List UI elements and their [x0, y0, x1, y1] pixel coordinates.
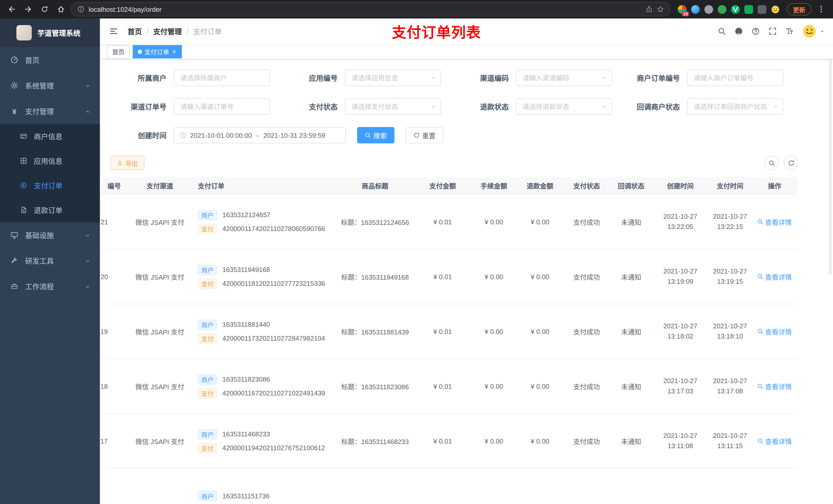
sidebar-toggle-icon[interactable]	[107, 25, 120, 38]
title-value: 1635311881439	[361, 328, 409, 336]
tab-pay-order[interactable]: 支付订单	[133, 45, 182, 58]
row-id: 117	[101, 437, 127, 445]
page-content: 所属商户 应用编号 渠道编码 商户订单编号	[100, 59, 833, 504]
channel-pay-no: 4200001194202110276752100612	[222, 444, 325, 452]
sidebar-logo[interactable]: 芋道管理系统	[0, 19, 100, 47]
tab-home[interactable]: 首页	[107, 45, 129, 58]
sidebar: 芋道管理系统 首页 系统管理 ¥ 支付管理	[0, 19, 100, 504]
channel-code-select[interactable]	[516, 70, 612, 86]
sidebar-item-app-info[interactable]: 应用信息	[0, 148, 100, 173]
pay-status-select[interactable]	[345, 98, 441, 115]
sidebar-item-home[interactable]: 首页	[0, 47, 100, 73]
table-body: 121微信 JSAPI 支付商户1635312124657支付420000117…	[101, 195, 797, 504]
col-pay-status: 支付状态	[564, 181, 610, 191]
merchant-select[interactable]	[174, 70, 270, 86]
row-fee: ¥ 0.00	[471, 437, 516, 445]
extension-blue-drop-icon[interactable]	[691, 5, 700, 14]
breadcrumb-separator: /	[187, 27, 189, 35]
row-fee: ¥ 0.00	[471, 328, 516, 335]
row-notify-status: 未通知	[610, 217, 653, 226]
refund-status-select[interactable]	[516, 98, 612, 115]
browser-forward-button[interactable]	[22, 3, 35, 16]
site-info-icon[interactable]	[77, 6, 85, 13]
table-toolbar: 导出	[110, 156, 823, 170]
browser-reload-button[interactable]	[38, 3, 51, 16]
table-header: 编号 支付渠道 支付订单 商品标题 支付金额 手续金额 退款金额 支付状态 回调…	[101, 177, 797, 195]
url-text[interactable]: localhost:1024/pay/order	[89, 5, 641, 13]
row-notify-status: 未通知	[610, 436, 653, 446]
channel-order-no-input[interactable]	[174, 98, 270, 115]
extension-green-icon[interactable]	[718, 5, 727, 14]
briefcase-icon	[10, 283, 19, 290]
view-detail-link[interactable]: 查看详情	[757, 272, 792, 282]
search-button[interactable]: 搜索	[357, 127, 395, 143]
breadcrumb-home[interactable]: 首页	[127, 26, 142, 37]
sidebar-item-system[interactable]: 系统管理	[0, 73, 100, 98]
extension-smiley-icon[interactable]	[771, 5, 780, 14]
sidebar-item-payment[interactable]: ¥ 支付管理	[0, 98, 100, 124]
browser-menu-icon[interactable]	[814, 3, 828, 16]
grid-icon	[20, 157, 27, 164]
sidebar-item-refund-order[interactable]: 退款订单	[0, 198, 100, 222]
pay-tag: 支付	[198, 388, 217, 398]
export-button[interactable]: 导出	[110, 156, 144, 170]
merchant-tag: 商户	[198, 210, 217, 220]
row-actions: 查看详情	[752, 217, 797, 226]
document-icon	[20, 207, 27, 214]
view-detail-link[interactable]: 查看详情	[757, 436, 792, 446]
close-tab-icon[interactable]	[172, 49, 177, 54]
address-bar[interactable]: localhost:1024/pay/order	[71, 2, 671, 16]
sidebar-item-merchant-info[interactable]: 商户信息	[0, 124, 100, 148]
chevron-down-icon	[85, 81, 91, 90]
detail-link-label: 查看详情	[765, 381, 792, 391]
browser-update-button[interactable]: 更新	[787, 3, 811, 15]
date-range-input[interactable]: 2021-10-01 00:00:00 - 2021-10-31 23:59:5…	[174, 127, 346, 143]
row-pay-status: 支付成功	[564, 327, 610, 336]
toggle-search-button[interactable]	[764, 156, 779, 170]
row-actions: 查看详情	[752, 381, 797, 391]
notify-status-select[interactable]	[687, 98, 783, 115]
reset-button[interactable]: 重置	[406, 127, 443, 143]
time-part: 13:18:10	[708, 331, 752, 342]
sidebar-item-dev-tools[interactable]: 研发工具	[0, 248, 100, 273]
font-size-icon[interactable]	[785, 27, 793, 35]
header-search-icon[interactable]	[718, 27, 726, 35]
date-part: 2021-10-27	[708, 266, 752, 277]
date-end: 2021-10-31 23:59:59	[263, 131, 325, 139]
title-value: 1635311468233	[361, 438, 409, 446]
sidebar-item-infra[interactable]: 基础设施	[0, 222, 100, 248]
fullscreen-icon[interactable]	[768, 27, 777, 35]
row-title: 标题：1635312124656	[336, 217, 414, 226]
extension-gray-icon[interactable]	[705, 5, 713, 14]
merchant-order-no-input[interactable]	[687, 70, 783, 86]
table-row: 121微信 JSAPI 支付商户1635312124657支付420000117…	[101, 195, 797, 249]
col-channel: 支付渠道	[127, 181, 193, 191]
active-tab-dot	[138, 49, 142, 53]
extension-vue-devtools-icon[interactable]	[731, 5, 740, 14]
browser-home-button[interactable]	[54, 3, 68, 16]
row-title: 标题：1635311823086	[336, 381, 414, 391]
pay-tag: 支付	[198, 333, 217, 343]
col-id: 编号	[101, 181, 127, 191]
extension-puzzle-icon[interactable]	[758, 5, 766, 14]
col-refund: 退款金额	[516, 181, 564, 191]
github-icon[interactable]	[735, 27, 743, 35]
share-icon[interactable]	[645, 6, 653, 13]
row-create-time: 2021-10-2713:18:02	[653, 321, 708, 342]
refresh-table-button[interactable]	[784, 156, 798, 170]
user-menu[interactable]	[802, 24, 825, 39]
browser-back-button[interactable]	[5, 3, 19, 16]
view-detail-link[interactable]: 查看详情	[757, 381, 792, 391]
view-detail-link[interactable]: 查看详情	[757, 327, 792, 336]
help-icon[interactable]	[752, 27, 760, 35]
extension-chat-icon[interactable]	[744, 5, 753, 14]
app-select[interactable]	[345, 70, 441, 86]
bookmark-star-icon[interactable]	[657, 6, 664, 13]
sidebar-item-pay-order[interactable]: 支付订单	[0, 173, 100, 198]
extension-pinwheel-icon[interactable]: 10	[678, 5, 687, 14]
filter-label: 创建时间	[110, 130, 166, 140]
view-detail-link[interactable]: 查看详情	[757, 217, 792, 226]
page-scrollbar[interactable]	[829, 49, 832, 274]
time-part: 13:11:15	[708, 441, 752, 451]
sidebar-item-workflow[interactable]: 工作流程	[0, 273, 100, 299]
